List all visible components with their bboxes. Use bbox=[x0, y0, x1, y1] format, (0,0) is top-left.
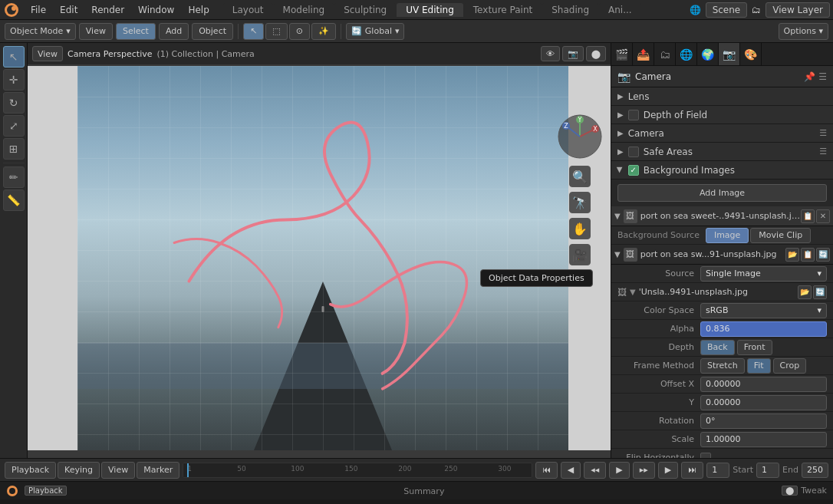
viewport-camera-btn[interactable]: 📷 bbox=[562, 46, 584, 61]
file-reload-btn[interactable]: 🔄 bbox=[813, 285, 827, 299]
tab-sculpting[interactable]: Sculpting bbox=[334, 3, 396, 17]
safe-areas-check[interactable] bbox=[628, 147, 639, 157]
cursor-tool-btn[interactable]: ↖ bbox=[243, 23, 264, 40]
viewport-eye-btn[interactable]: 👁 bbox=[541, 46, 560, 61]
marker-btn[interactable]: Marker bbox=[137, 462, 179, 479]
transform-tool-btn[interactable]: ⊞ bbox=[3, 138, 25, 160]
menu-render[interactable]: Render bbox=[85, 3, 130, 17]
source-type-dropdown[interactable]: Single Image ▾ bbox=[700, 266, 827, 282]
annotate-btn[interactable]: ✏ bbox=[3, 166, 25, 188]
props-tab-material[interactable]: 🎨 bbox=[740, 43, 762, 66]
dof-section-header[interactable]: ▶ Depth of Field bbox=[611, 106, 833, 124]
orbit-btn[interactable]: ✋ bbox=[569, 218, 591, 239]
bg-item-1-arrow-icon[interactable]: ▼ bbox=[614, 212, 621, 220]
zoom-in-btn[interactable]: 🔍 bbox=[569, 166, 591, 187]
alpha-input[interactable]: 0.836 bbox=[700, 321, 827, 337]
dof-check[interactable] bbox=[628, 110, 639, 120]
props-tab-output[interactable]: 📤 bbox=[633, 43, 654, 66]
view-layer-selector[interactable]: View Layer bbox=[766, 2, 830, 18]
timeline-view-btn[interactable]: View bbox=[101, 462, 135, 479]
rotation-input[interactable]: 0° bbox=[700, 413, 827, 429]
select-tool-btn[interactable]: ↖ bbox=[3, 46, 25, 68]
header-menu-icon[interactable]: ☰ bbox=[818, 71, 827, 82]
mode-dropdown[interactable]: Object Mode ▾ bbox=[5, 23, 76, 40]
object-menu[interactable]: Object bbox=[192, 23, 233, 40]
menu-help[interactable]: Help bbox=[182, 3, 215, 17]
bg-source-image-btn[interactable]: Image bbox=[706, 228, 749, 243]
menu-file[interactable]: File bbox=[25, 3, 52, 17]
tab-uv-editing[interactable]: UV Editing bbox=[397, 3, 463, 17]
playback-menu-btn[interactable]: Playback bbox=[5, 462, 56, 479]
flip-check[interactable] bbox=[700, 453, 711, 459]
menu-window[interactable]: Window bbox=[132, 3, 180, 17]
viewport-shading-btn[interactable]: ⬤ bbox=[586, 46, 606, 61]
zoom-out-btn[interactable]: 🔭 bbox=[569, 192, 591, 213]
tab-layout[interactable]: Layout bbox=[223, 3, 273, 17]
camera-view-btn[interactable]: 🎥 bbox=[569, 244, 591, 265]
props-tab-render[interactable]: 🎬 bbox=[611, 43, 633, 66]
file-browse-btn[interactable]: 📂 bbox=[798, 285, 812, 299]
bg-item-1-delete-btn[interactable]: ✕ bbox=[816, 209, 830, 223]
transform-dropdown[interactable]: 🔄 Global ▾ bbox=[346, 23, 405, 40]
scene-selector[interactable]: Scene bbox=[706, 2, 748, 18]
next-key-btn[interactable]: ▸▸ bbox=[633, 462, 655, 479]
scale-input[interactable]: 1.00000 bbox=[700, 432, 827, 447]
prev-frame-btn[interactable]: ◀ bbox=[561, 462, 581, 479]
tab-modeling[interactable]: Modeling bbox=[274, 3, 334, 17]
axis-gizmo[interactable]: Y X Z bbox=[555, 112, 604, 161]
add-image-btn[interactable]: Add Image bbox=[617, 184, 827, 202]
sub-item-copy-btn[interactable]: 📋 bbox=[801, 248, 815, 262]
viewport[interactable]: View Camera Perspective (1) Collection |… bbox=[28, 43, 611, 458]
next-frame-btn[interactable]: ▶ bbox=[658, 462, 678, 479]
color-space-dropdown[interactable]: sRGB ▾ bbox=[700, 303, 827, 318]
bg-item-1-copy-btn[interactable]: 📋 bbox=[801, 209, 815, 223]
lens-section-header[interactable]: ▶ Lens bbox=[611, 87, 833, 106]
add-menu[interactable]: Add bbox=[159, 23, 189, 40]
rotate-tool-btn[interactable]: ↻ bbox=[3, 92, 25, 114]
bg-images-check[interactable]: ✓ bbox=[628, 165, 639, 176]
tab-animation[interactable]: Ani... bbox=[599, 3, 641, 17]
depth-back-btn[interactable]: Back bbox=[700, 340, 735, 355]
scale-tool-btn[interactable]: ⤢ bbox=[3, 115, 25, 137]
end-frame-input[interactable]: 250 bbox=[802, 463, 828, 478]
props-tab-scene[interactable]: 🌐 bbox=[676, 43, 697, 66]
play-btn[interactable]: ▶ bbox=[609, 462, 629, 479]
timeline-track[interactable]: 1 50 100 150 200 250 300 350 400 450 bbox=[183, 463, 532, 478]
props-tab-view-layer[interactable]: 🗂 bbox=[654, 43, 676, 66]
measure-btn[interactable]: 📏 bbox=[3, 189, 25, 211]
depth-front-btn[interactable]: Front bbox=[737, 340, 772, 355]
stretch-btn[interactable]: Stretch bbox=[700, 358, 745, 374]
view-menu[interactable]: View bbox=[79, 23, 113, 40]
sub-item-browse-btn[interactable]: 📂 bbox=[785, 248, 799, 262]
go-end-btn[interactable]: ⏭ bbox=[681, 462, 703, 479]
header-pin-icon[interactable]: 📌 bbox=[804, 71, 815, 82]
viewport-view-btn[interactable]: View bbox=[32, 46, 63, 61]
camera-section-menu-icon[interactable]: ☰ bbox=[819, 128, 827, 138]
bg-images-section-header[interactable]: ▶ ✓ Background Images bbox=[611, 161, 833, 180]
props-tab-world[interactable]: 🌍 bbox=[697, 43, 719, 66]
props-tab-object-data[interactable]: 📷 bbox=[719, 43, 740, 66]
tab-shading[interactable]: Shading bbox=[542, 3, 598, 17]
start-frame-input[interactable]: 1 bbox=[756, 463, 779, 478]
offset-x-input[interactable]: 0.00000 bbox=[700, 377, 827, 392]
tab-texture-paint[interactable]: Texture Paint bbox=[464, 3, 542, 17]
move-tool-btn[interactable]: ✛ bbox=[3, 69, 25, 91]
offset-y-input[interactable]: 0.00000 bbox=[700, 395, 827, 410]
bg-sub-item-arrow-icon[interactable]: ▼ bbox=[614, 250, 621, 259]
select-box-btn[interactable]: ⬚ bbox=[265, 23, 287, 40]
go-start-btn[interactable]: ⏮ bbox=[535, 462, 558, 479]
safe-areas-menu-icon[interactable]: ☰ bbox=[819, 147, 827, 156]
bg-source-movie-btn[interactable]: Movie Clip bbox=[750, 228, 811, 243]
file-arrow-icon[interactable]: ▼ bbox=[630, 288, 636, 296]
sub-item-reload-btn[interactable]: 🔄 bbox=[816, 248, 830, 262]
safe-areas-section-header[interactable]: ▶ Safe Areas ☰ bbox=[611, 143, 833, 161]
crop-btn[interactable]: Crop bbox=[773, 358, 807, 374]
menu-edit[interactable]: Edit bbox=[54, 3, 84, 17]
select-circle-btn[interactable]: ⊙ bbox=[289, 23, 310, 40]
current-frame-input[interactable]: 1 bbox=[706, 463, 729, 478]
prev-key-btn[interactable]: ◂◂ bbox=[584, 462, 606, 479]
fit-btn[interactable]: Fit bbox=[747, 358, 771, 374]
options-dropdown[interactable]: Options ▾ bbox=[779, 23, 828, 40]
keying-menu-btn[interactable]: Keying bbox=[58, 462, 100, 479]
lasso-btn[interactable]: ✨ bbox=[311, 23, 336, 40]
